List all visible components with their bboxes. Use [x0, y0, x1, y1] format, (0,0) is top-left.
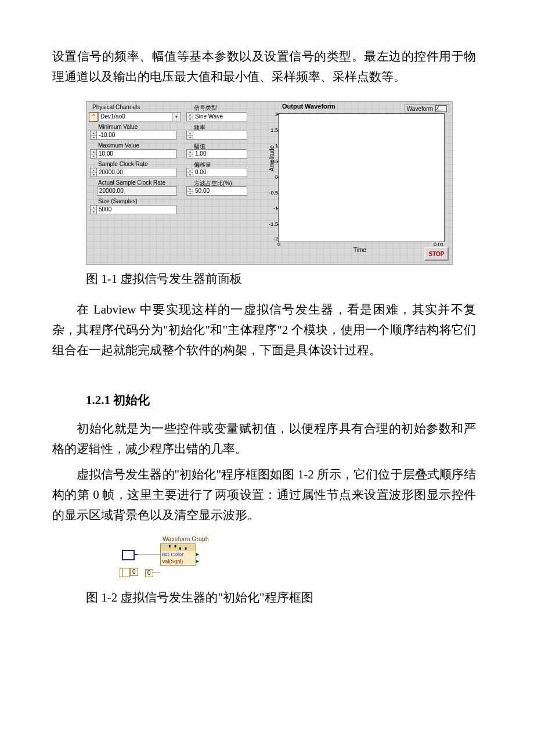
- physical-channels-label: Physical Channels: [92, 104, 140, 110]
- spinner-icon[interactable]: ▴▾: [90, 205, 96, 214]
- io-channel-icon: I/0: [89, 112, 98, 122]
- tick-mark: [277, 146, 279, 146]
- duty-field[interactable]: 50.00: [193, 186, 247, 196]
- offset-field[interactable]: 0.00: [193, 168, 247, 177]
- intro-paragraph: 设置信号的频率、幅值等基本参数以及设置信号的类型。最左边的控件用于物理通道以及输…: [52, 46, 476, 87]
- clock-rate-field[interactable]: 20000.00: [96, 168, 176, 177]
- labview-front-panel: Physical Channels I/0 Dev1/ao0 ▼ Minimum…: [86, 101, 453, 265]
- ytick: 0.5: [264, 159, 278, 164]
- wire: [152, 573, 160, 573]
- spinner-icon[interactable]: ▴▾: [186, 112, 193, 121]
- para-init-desc: 初始化就是为一些控件或变量赋初值，以便程序具有合理的初始参数和严格的逻辑性，减少…: [52, 419, 476, 459]
- amplitude-control[interactable]: ▴▾ 1.00: [186, 149, 247, 159]
- physical-channels-dropdown[interactable]: Dev1/ao0 ▼: [98, 112, 181, 121]
- cluster-constant-icon: [122, 550, 135, 560]
- chart-x-axis-label: Time: [353, 247, 366, 253]
- min-value-field[interactable]: -10.00: [96, 131, 176, 140]
- property-node-header-icon: ▘▝ ▖▗: [161, 544, 196, 551]
- min-value-control[interactable]: ▴▾ -10.00: [90, 131, 176, 140]
- section-heading-1-2-1: 1.2.1 初始化: [86, 392, 476, 408]
- signal-type-value[interactable]: Sine Wave: [193, 112, 247, 121]
- max-value-label: Maximum Value: [98, 142, 139, 149]
- duty-control[interactable]: ▴▾ 50.00: [186, 186, 247, 196]
- actual-clock-indicator: 20000.00: [97, 186, 177, 196]
- para-labview-overview: 在 Labview 中要实现这样的一虚拟信号发生器，看是困难，其实并不复杂，其程…: [52, 300, 476, 360]
- figure-1-1: Physical Channels I/0 Dev1/ao0 ▼ Minimum…: [86, 101, 476, 265]
- ytick: 0: [264, 174, 278, 180]
- tick-mark: [277, 177, 279, 178]
- spinner-icon[interactable]: ▴▾: [186, 168, 193, 177]
- ytick: 2: [264, 111, 278, 117]
- ytick: -2: [264, 236, 278, 242]
- numeric-constant-0b: 0: [145, 569, 153, 577]
- amplitude-field[interactable]: 1.00: [193, 149, 247, 159]
- waveform-graph-label: Waveform Graph: [163, 535, 209, 542]
- tick-mark: [277, 130, 279, 131]
- max-value-field[interactable]: 10.00: [96, 149, 176, 159]
- numeric-constant-0a: 0: [130, 568, 138, 576]
- ytick: 1.5: [264, 127, 278, 133]
- signal-type-label: 信号类型: [194, 104, 217, 112]
- waveform-chart: [278, 113, 445, 242]
- actual-clock-label: Actual Sample Clock Rate: [98, 179, 165, 186]
- property-valsgnl: ▶Val(Sgnl): [161, 558, 196, 565]
- tick-mark: [277, 193, 279, 193]
- tick-mark: [277, 161, 279, 162]
- figure-1-1-caption: 图 1-1 虚拟信号发生器前面板: [86, 271, 476, 287]
- chart-legend: Waveform: [405, 104, 449, 113]
- clock-rate-label: Sample Clock Rate: [98, 161, 148, 167]
- figure-1-2-caption: 图 1-2 虚拟信号发生器的"初始化"程序框图: [86, 589, 476, 606]
- size-control[interactable]: ▴▾ 5000: [90, 205, 176, 214]
- spinner-icon[interactable]: ▴▾: [90, 168, 96, 177]
- actual-clock-value: 20000.00: [97, 186, 177, 196]
- tick-mark: [277, 224, 279, 225]
- chevron-down-icon[interactable]: ▼: [172, 112, 181, 121]
- size-label: Size (Samples): [98, 198, 138, 204]
- ytick: -1: [264, 206, 278, 211]
- chart-title: Output Waveform: [282, 103, 335, 110]
- size-field[interactable]: 5000: [96, 205, 176, 214]
- physical-channels-value: Dev1/ao0: [98, 112, 172, 121]
- offset-control[interactable]: ▴▾ 0.00: [186, 168, 247, 177]
- clock-rate-control[interactable]: ▴▾ 20000.00: [90, 168, 176, 177]
- signal-type-control[interactable]: ▴▾ Sine Wave: [186, 112, 247, 121]
- figure-1-2: Waveform Graph ▘▝ ▖▗ ▶BG Color ▶Val(Sgnl…: [122, 535, 221, 579]
- max-value-control[interactable]: ▴▾ 10.00: [90, 149, 176, 159]
- xtick: 0: [277, 242, 280, 247]
- tick-mark: [277, 208, 279, 209]
- para-init-diagram-desc: 虚拟信号发生器的"初始化"程序框图如图 1-2 所示，它们位于层叠式顺序结构的第…: [52, 465, 476, 525]
- tick-mark: [277, 240, 279, 240]
- spinner-icon[interactable]: ▴▾: [186, 131, 193, 140]
- stop-button[interactable]: STOP: [424, 247, 449, 261]
- spinner-icon[interactable]: ▴▾: [90, 149, 96, 159]
- frequency-field[interactable]: [193, 131, 247, 140]
- spinner-icon[interactable]: ▴▾: [186, 186, 193, 196]
- wire: [137, 554, 160, 555]
- tick-mark: [277, 114, 279, 115]
- ytick: -1.5: [264, 221, 278, 227]
- sequence-frame-icon: [122, 568, 130, 577]
- spinner-icon[interactable]: ▴▾: [90, 131, 96, 140]
- legend-swatch-icon: [435, 105, 447, 112]
- spinner-icon[interactable]: ▴▾: [186, 149, 193, 159]
- property-node: ▘▝ ▖▗ ▶BG Color ▶Val(Sgnl): [160, 543, 196, 566]
- frequency-control[interactable]: ▴▾: [186, 131, 247, 140]
- legend-series-name: Waveform: [407, 106, 433, 112]
- ytick: -0.5: [264, 190, 278, 196]
- property-bgcolor: ▶BG Color: [161, 551, 196, 558]
- ytick: 1: [264, 143, 278, 149]
- block-diagram: Waveform Graph ▘▝ ▖▗ ▶BG Color ▶Val(Sgnl…: [122, 535, 221, 579]
- min-value-label: Minimum Value: [98, 124, 138, 130]
